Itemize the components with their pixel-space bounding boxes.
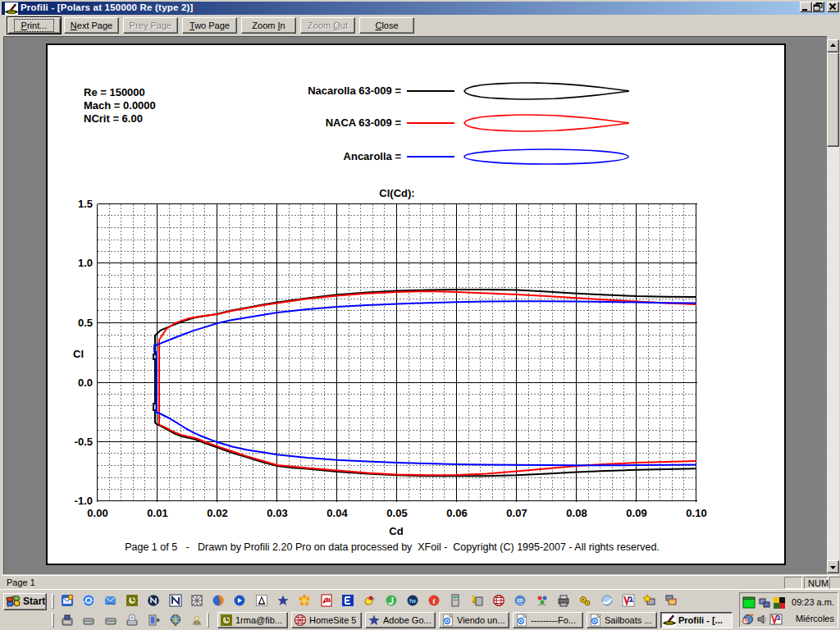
svg-text:0.06: 0.06: [446, 507, 467, 519]
svg-text:0.00: 0.00: [87, 507, 107, 519]
svg-text:-0.5: -0.5: [75, 436, 93, 448]
svg-text:Cd: Cd: [389, 525, 403, 537]
svg-text:fw: fw: [409, 598, 416, 604]
svg-text:0.07: 0.07: [506, 507, 527, 519]
svg-text:0.09: 0.09: [626, 507, 646, 519]
svg-text:0.5: 0.5: [78, 317, 93, 329]
svg-text:Page 1 of 5 - Drawn by Pro: Page 1 of 5 - Drawn by Profili 2.20 Pro …: [125, 541, 660, 553]
svg-text:Nacarolla 63-009 =: Nacarolla 63-009 =: [308, 84, 401, 97]
svg-text:1.0: 1.0: [78, 257, 93, 269]
svg-text:0.10: 0.10: [686, 507, 706, 519]
svg-text:0.05: 0.05: [386, 507, 407, 519]
svg-text:0.0: 0.0: [78, 377, 93, 389]
svg-text:1.5: 1.5: [78, 198, 93, 210]
svg-text:Mach = 0.0000: Mach = 0.0000: [84, 99, 156, 112]
svg-text:-1.0: -1.0: [75, 495, 93, 507]
svg-text:P2P: P2P: [518, 603, 523, 606]
svg-text:NCrit = 6.00: NCrit = 6.00: [84, 112, 143, 125]
svg-text:0.04: 0.04: [326, 507, 348, 519]
svg-text:NACA 63-009 =: NACA 63-009 =: [326, 116, 402, 129]
svg-text:0.01: 0.01: [147, 507, 167, 519]
svg-text:0.02: 0.02: [207, 507, 227, 519]
svg-text:Cl(Cd):: Cl(Cd):: [379, 187, 414, 199]
svg-text:Re = 150000: Re = 150000: [84, 86, 145, 98]
svg-text:Ancarolla =: Ancarolla =: [344, 150, 402, 162]
svg-text:0.08: 0.08: [566, 507, 587, 519]
svg-text:0.03: 0.03: [267, 507, 287, 519]
svg-text:Cl: Cl: [73, 348, 84, 360]
